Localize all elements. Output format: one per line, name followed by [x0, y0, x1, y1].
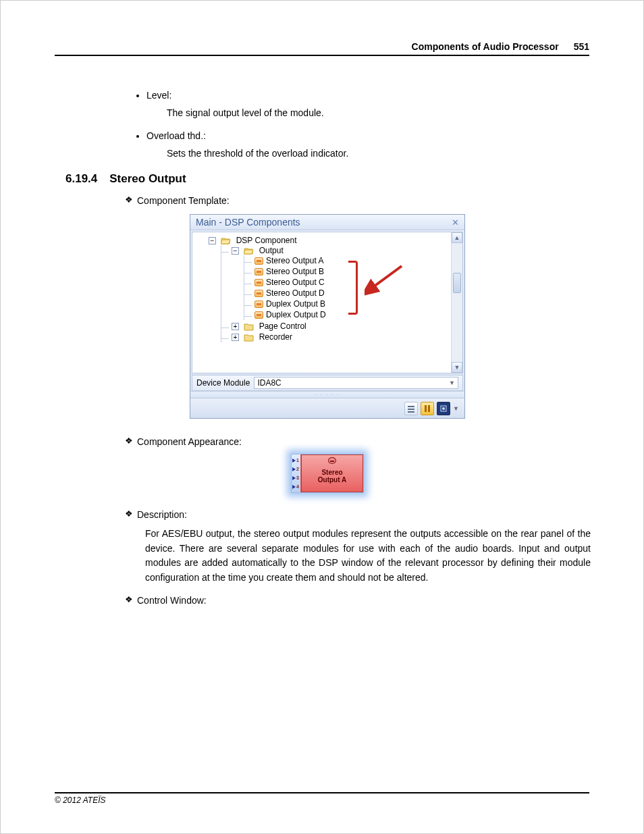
component-tree[interactable]: − DSP Component −: [196, 235, 461, 343]
label-component-template: ❖ Component Template:: [125, 195, 589, 206]
page-header: Components of Audio Processor 551: [55, 41, 589, 56]
toolbar-button-2[interactable]: [421, 402, 434, 415]
collapse-icon[interactable]: −: [209, 237, 216, 244]
port: 1: [292, 458, 300, 463]
port: 2: [292, 467, 300, 471]
svg-rect-3: [408, 411, 414, 413]
svg-rect-5: [428, 405, 430, 412]
section-heading: 6.19.4 Stereo Output: [65, 172, 589, 186]
triangle-icon: [292, 467, 296, 471]
tree-label: Stereo Output D: [266, 288, 325, 298]
close-icon[interactable]: ✕: [452, 217, 459, 228]
folder-open-icon: [221, 237, 231, 245]
bullet-list: Level: The signal output level of the mo…: [146, 90, 589, 159]
page-footer: © 2012 ATEÏS: [55, 792, 589, 805]
component-label-1: Stereo: [321, 469, 342, 476]
header-title: Components of Audio Processor: [412, 41, 559, 52]
port: 3: [292, 475, 300, 480]
tree-label: Duplex Output D: [266, 310, 326, 319]
scroll-down-icon[interactable]: ▼: [452, 362, 462, 373]
document-page: Components of Audio Processor 551 Level:…: [0, 0, 644, 834]
port: 4: [292, 484, 300, 489]
stereo-icon: [328, 457, 336, 464]
scroll-thumb[interactable]: [453, 273, 461, 293]
label-control-window: ❖ Control Window:: [125, 595, 589, 606]
device-label: Device Module: [196, 378, 250, 388]
label-component-appearance: ❖ Component Appearance:: [125, 436, 589, 447]
expand-icon[interactable]: +: [232, 323, 239, 330]
component-icon: [254, 257, 263, 265]
arrow-annotation: [365, 263, 405, 296]
svg-line-0: [371, 266, 402, 288]
folder-icon: [244, 323, 254, 331]
tree-root[interactable]: − DSP Component −: [198, 235, 461, 343]
component-icon: [254, 268, 263, 276]
triangle-icon: [292, 459, 296, 463]
diamond-icon: ❖: [125, 594, 133, 604]
panel-resize-grip[interactable]: · · · · ·: [190, 391, 464, 398]
expand-icon[interactable]: +: [232, 334, 239, 341]
label-text: Description:: [137, 509, 187, 520]
bullet-desc: The signal output level of the module.: [167, 107, 589, 118]
folder-open-icon: [244, 247, 254, 255]
section-number: 6.19.4: [65, 172, 97, 186]
svg-rect-2: [408, 409, 414, 410]
collapse-icon[interactable]: −: [232, 247, 239, 255]
chevron-down-icon[interactable]: ▼: [453, 405, 459, 412]
tree-label: Stereo Output A: [266, 256, 323, 265]
svg-point-7: [442, 407, 445, 410]
diamond-icon: ❖: [125, 436, 133, 446]
tree-label: Stereo Output B: [266, 267, 324, 276]
component-icon: [254, 301, 263, 308]
bullet-item: Overload thd.: Sets the threshold of the…: [146, 130, 589, 159]
svg-rect-4: [425, 405, 427, 412]
label-text: Control Window:: [137, 595, 207, 606]
component-appearance-block: 1 2 3 4 Stereo Output A: [291, 454, 364, 493]
triangle-icon: [292, 485, 296, 489]
device-value: IDA8C: [257, 378, 281, 388]
label-text: Component Appearance:: [137, 436, 242, 447]
scrollbar[interactable]: ▲ ▼: [451, 232, 462, 373]
component-icon: [254, 311, 263, 319]
tree-label: Recorder: [259, 332, 292, 342]
component-ports: 1 2 3 4: [292, 454, 301, 492]
page-number: 551: [574, 41, 589, 52]
copyright: © 2012 ATEÏS: [55, 796, 106, 805]
label-text: Component Template:: [137, 195, 230, 206]
tree-label: DSP Component: [236, 236, 297, 245]
tree-panel: Main - DSP Components ✕ − DSP Component: [190, 214, 465, 419]
device-select[interactable]: IDA8C ▼: [254, 377, 458, 389]
tree-node[interactable]: + Recorder: [221, 332, 461, 342]
toolbar-button-1[interactable]: [404, 402, 418, 415]
diamond-icon: ❖: [125, 194, 133, 205]
bullet-item: Level: The signal output level of the mo…: [146, 90, 589, 118]
highlight-bracket: [348, 261, 358, 315]
device-module-row: Device Module IDA8C ▼: [192, 375, 463, 391]
folder-icon: [244, 334, 254, 342]
component-label-2: Output A: [318, 476, 346, 484]
toolbar-button-3[interactable]: [437, 402, 450, 415]
page-content: Level: The signal output level of the mo…: [55, 90, 589, 606]
description-paragraph: For AES/EBU output, the stereo output mo…: [145, 527, 591, 585]
component-body: Stereo Output A: [301, 454, 363, 492]
bullet-label: Level:: [146, 90, 171, 101]
tree-node-output[interactable]: − Output Stereo Output A Stereo Output B…: [221, 245, 461, 321]
panel-title: Main - DSP Components: [196, 217, 300, 228]
panel-toolbar: ▼: [190, 398, 464, 418]
tree-label: Duplex Output B: [266, 299, 325, 309]
panel-titlebar: Main - DSP Components ✕: [190, 215, 464, 230]
chevron-down-icon: ▼: [449, 380, 455, 386]
diamond-icon: ❖: [125, 509, 133, 519]
scroll-up-icon[interactable]: ▲: [452, 232, 462, 243]
component-icon: [254, 279, 263, 286]
svg-rect-1: [408, 406, 414, 407]
tree-label: Page Control: [259, 321, 306, 331]
panel-body: − DSP Component −: [192, 232, 463, 373]
label-description: ❖ Description:: [125, 509, 589, 520]
bullet-desc: Sets the threshold of the overload indic…: [167, 148, 589, 159]
section-title: Stereo Output: [109, 172, 186, 186]
triangle-icon: [292, 476, 296, 480]
tree-node[interactable]: + Page Control: [221, 321, 461, 332]
tree-label: Output: [259, 246, 284, 255]
tree-label: Stereo Output C: [266, 278, 325, 287]
